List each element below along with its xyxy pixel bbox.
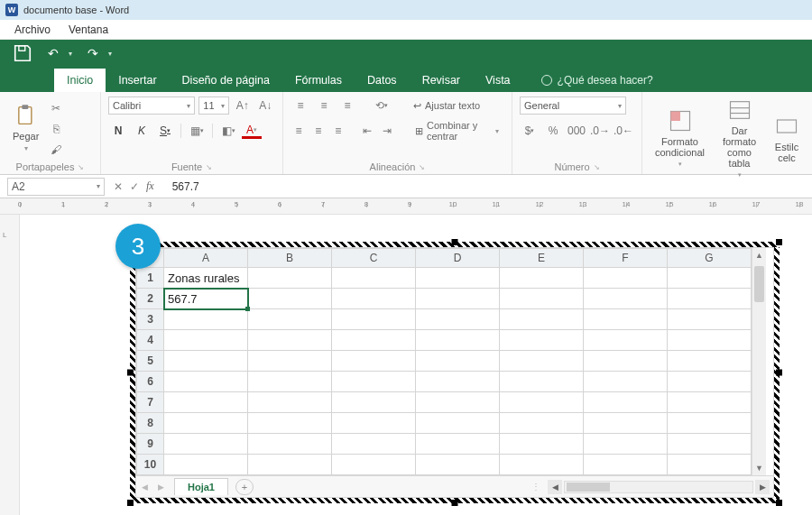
cell-G6[interactable] <box>668 372 752 392</box>
cell-G2[interactable] <box>668 289 752 309</box>
row-header-6[interactable]: 6 <box>137 372 164 392</box>
cell-B5[interactable] <box>248 351 332 372</box>
name-box[interactable]: A2 ▾ <box>7 178 105 196</box>
cell-E1[interactable] <box>500 268 584 289</box>
bold-button[interactable]: N <box>108 121 128 141</box>
cell-F1[interactable] <box>584 268 668 289</box>
cell-A9[interactable] <box>164 434 248 455</box>
cell-D1[interactable] <box>416 268 500 289</box>
decrease-decimal-icon[interactable]: .0← <box>614 121 633 141</box>
increase-font-icon[interactable]: A↑ <box>233 96 253 115</box>
cell-A8[interactable] <box>164 413 248 434</box>
name-box-dropdown-icon[interactable]: ▾ <box>97 182 100 190</box>
fill-color-icon[interactable]: ◧▾ <box>218 121 238 141</box>
row-header-4[interactable]: 4 <box>137 330 164 351</box>
cell-E5[interactable] <box>500 351 584 372</box>
cell-E10[interactable] <box>500 455 584 475</box>
fx-icon[interactable]: fx <box>146 179 154 193</box>
cell-A1[interactable]: Zonas rurales <box>164 268 248 289</box>
cell-F4[interactable] <box>584 330 668 351</box>
cell-D6[interactable] <box>416 372 500 392</box>
decrease-indent-icon[interactable]: ⇤ <box>359 121 375 141</box>
tab-split-icon[interactable]: ⋮ <box>531 482 540 492</box>
tab-datos[interactable]: Datos <box>355 69 410 92</box>
currency-icon[interactable]: $▾ <box>520 121 540 141</box>
redo-icon[interactable]: ↷ <box>83 43 103 63</box>
cell-D9[interactable] <box>416 434 500 455</box>
cell-A10[interactable] <box>164 455 248 475</box>
cut-icon[interactable]: ✂ <box>46 98 66 118</box>
resize-handle-bm[interactable] <box>452 500 458 506</box>
cell-C8[interactable] <box>332 413 416 434</box>
orientation-icon[interactable]: ⟲▾ <box>372 96 392 115</box>
cell-D8[interactable] <box>416 413 500 434</box>
underline-button[interactable]: S▾ <box>155 121 175 141</box>
embedded-spreadsheet-object[interactable]: ABCDEFG1Zonas rurales2567.7345678910 ▲ ▼… <box>130 242 780 503</box>
tab-diseno-pagina[interactable]: Diseño de página <box>170 69 282 92</box>
cell-D10[interactable] <box>416 455 500 475</box>
cell-B4[interactable] <box>248 330 332 351</box>
tab-inicio[interactable]: Inicio <box>54 69 106 92</box>
cell-G1[interactable] <box>668 268 752 289</box>
format-painter-icon[interactable]: 🖌 <box>46 140 66 160</box>
comma-style-icon[interactable]: 000 <box>567 121 586 141</box>
cell-B2[interactable] <box>248 289 332 309</box>
cell-G7[interactable] <box>668 392 752 413</box>
col-header-G[interactable]: G <box>668 249 752 268</box>
cell-C5[interactable] <box>332 351 416 372</box>
alineacion-launcher-icon[interactable]: ↘ <box>419 163 425 171</box>
resize-handle-tr[interactable] <box>776 239 782 245</box>
align-center-icon[interactable]: ≡ <box>310 121 327 141</box>
resize-handle-tm[interactable] <box>452 239 458 245</box>
hscroll-right-icon[interactable]: ▶ <box>755 480 770 494</box>
scroll-thumb[interactable] <box>752 262 766 461</box>
col-header-F[interactable]: F <box>584 249 668 268</box>
cell-A5[interactable] <box>164 351 248 372</box>
resize-handle-br[interactable] <box>776 500 782 506</box>
combinar-centrar-button[interactable]: ⊞Combinar y centrar▾ <box>410 121 504 141</box>
cell-A7[interactable] <box>164 392 248 413</box>
sheet-tab-hoja1[interactable]: Hoja1 <box>174 478 228 495</box>
cell-C3[interactable] <box>332 309 416 330</box>
portapapeles-launcher-icon[interactable]: ↘ <box>78 163 84 171</box>
row-header-7[interactable]: 7 <box>137 392 164 413</box>
align-left-icon[interactable]: ≡ <box>291 121 307 141</box>
cell-B3[interactable] <box>248 309 332 330</box>
cell-B7[interactable] <box>248 392 332 413</box>
cell-F2[interactable] <box>584 289 668 309</box>
cell-G5[interactable] <box>668 351 752 372</box>
cell-D4[interactable] <box>416 330 500 351</box>
percent-icon[interactable]: % <box>543 121 563 141</box>
scroll-up-icon[interactable]: ▲ <box>752 248 766 262</box>
dar-formato-tabla-button[interactable]: Dar formato como tabla▾ <box>712 96 767 180</box>
cell-F10[interactable] <box>584 455 668 475</box>
border-icon[interactable]: ▦▾ <box>187 121 207 141</box>
tab-vista[interactable]: Vista <box>473 69 523 92</box>
cell-G4[interactable] <box>668 330 752 351</box>
cell-E9[interactable] <box>500 434 584 455</box>
align-top-icon[interactable]: ≡ <box>291 96 310 115</box>
resize-handle-ml[interactable] <box>127 370 134 376</box>
cell-B9[interactable] <box>248 434 332 455</box>
font-size-combo[interactable]: 11▾ <box>198 97 229 115</box>
cell-B1[interactable] <box>248 268 332 289</box>
cell-E2[interactable] <box>500 289 584 309</box>
cell-A2[interactable]: 567.7 <box>164 289 248 309</box>
copy-icon[interactable]: ⎘ <box>46 119 66 139</box>
numero-launcher-icon[interactable]: ↘ <box>594 163 600 171</box>
cell-F8[interactable] <box>584 413 668 434</box>
cell-D3[interactable] <box>416 309 500 330</box>
cell-G8[interactable] <box>668 413 752 434</box>
resize-handle-bl[interactable] <box>127 500 134 506</box>
tell-me-search[interactable]: ¿Qué desea hacer? <box>532 69 662 92</box>
horizontal-scrollbar[interactable] <box>564 481 753 493</box>
cell-A4[interactable] <box>164 330 248 351</box>
cell-B6[interactable] <box>248 372 332 392</box>
redo-dropdown-icon[interactable]: ▾ <box>108 50 112 58</box>
cell-F9[interactable] <box>584 434 668 455</box>
cell-E7[interactable] <box>500 392 584 413</box>
cell-F6[interactable] <box>584 372 668 392</box>
tab-insertar[interactable]: Insertar <box>106 69 169 92</box>
pegar-button[interactable]: Pegar ▾ <box>7 96 44 160</box>
tab-nav-next-icon[interactable]: ▶ <box>152 483 169 492</box>
